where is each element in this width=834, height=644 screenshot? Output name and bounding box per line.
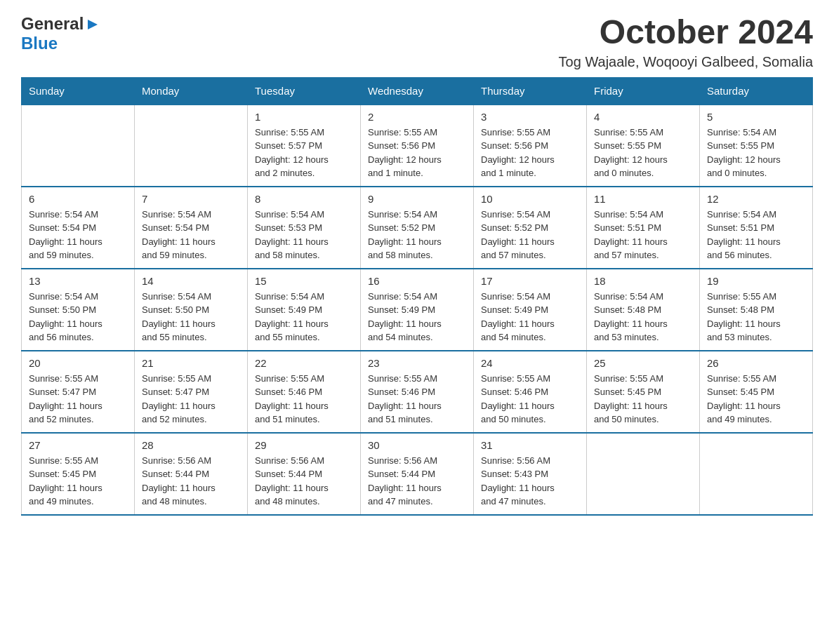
- day-info: Sunrise: 5:54 AM Sunset: 5:49 PM Dayligh…: [255, 290, 353, 344]
- day-info: Sunrise: 5:55 AM Sunset: 5:45 PM Dayligh…: [707, 372, 805, 427]
- logo: General Blue: [21, 14, 100, 53]
- day-number: 24: [481, 357, 579, 369]
- day-number: 1: [255, 111, 353, 123]
- day-number: 13: [29, 275, 127, 287]
- day-info: Sunrise: 5:55 AM Sunset: 5:56 PM Dayligh…: [368, 126, 466, 180]
- table-row: [700, 433, 813, 515]
- table-row: [22, 105, 135, 187]
- day-number: 29: [255, 439, 353, 451]
- day-number: 28: [142, 439, 240, 451]
- day-number: 7: [142, 193, 240, 205]
- calendar-header-row: Sunday Monday Tuesday Wednesday Thursday…: [22, 77, 813, 105]
- day-number: 12: [707, 193, 805, 205]
- day-info: Sunrise: 5:55 AM Sunset: 5:47 PM Dayligh…: [142, 372, 240, 427]
- calendar-week-row: 27Sunrise: 5:55 AM Sunset: 5:45 PM Dayli…: [22, 433, 813, 515]
- table-row: 25Sunrise: 5:55 AM Sunset: 5:45 PM Dayli…: [587, 351, 700, 433]
- table-row: 10Sunrise: 5:54 AM Sunset: 5:52 PM Dayli…: [474, 187, 587, 269]
- calendar-week-row: 20Sunrise: 5:55 AM Sunset: 5:47 PM Dayli…: [22, 351, 813, 433]
- table-row: 2Sunrise: 5:55 AM Sunset: 5:56 PM Daylig…: [361, 105, 474, 187]
- logo-arrow-icon: [85, 17, 100, 32]
- table-row: 31Sunrise: 5:56 AM Sunset: 5:43 PM Dayli…: [474, 433, 587, 515]
- logo-general-text: General: [21, 14, 84, 34]
- table-row: 17Sunrise: 5:54 AM Sunset: 5:49 PM Dayli…: [474, 269, 587, 351]
- table-row: 3Sunrise: 5:55 AM Sunset: 5:56 PM Daylig…: [474, 105, 587, 187]
- day-info: Sunrise: 5:56 AM Sunset: 5:43 PM Dayligh…: [481, 454, 579, 509]
- day-info: Sunrise: 5:54 AM Sunset: 5:49 PM Dayligh…: [368, 290, 466, 344]
- table-row: 9Sunrise: 5:54 AM Sunset: 5:52 PM Daylig…: [361, 187, 474, 269]
- table-row: [135, 105, 248, 187]
- day-info: Sunrise: 5:54 AM Sunset: 5:52 PM Dayligh…: [368, 208, 466, 262]
- calendar-week-row: 6Sunrise: 5:54 AM Sunset: 5:54 PM Daylig…: [22, 187, 813, 269]
- table-row: 26Sunrise: 5:55 AM Sunset: 5:45 PM Dayli…: [700, 351, 813, 433]
- day-number: 6: [29, 193, 127, 205]
- day-info: Sunrise: 5:55 AM Sunset: 5:46 PM Dayligh…: [481, 372, 579, 427]
- day-info: Sunrise: 5:55 AM Sunset: 5:55 PM Dayligh…: [594, 126, 692, 180]
- day-info: Sunrise: 5:55 AM Sunset: 5:45 PM Dayligh…: [29, 454, 127, 509]
- table-row: 20Sunrise: 5:55 AM Sunset: 5:47 PM Dayli…: [22, 351, 135, 433]
- day-info: Sunrise: 5:54 AM Sunset: 5:53 PM Dayligh…: [255, 208, 353, 262]
- day-info: Sunrise: 5:54 AM Sunset: 5:48 PM Dayligh…: [594, 290, 692, 344]
- table-row: 21Sunrise: 5:55 AM Sunset: 5:47 PM Dayli…: [135, 351, 248, 433]
- day-info: Sunrise: 5:54 AM Sunset: 5:54 PM Dayligh…: [29, 208, 127, 262]
- day-info: Sunrise: 5:55 AM Sunset: 5:56 PM Dayligh…: [481, 126, 579, 180]
- day-number: 16: [368, 275, 466, 287]
- day-info: Sunrise: 5:54 AM Sunset: 5:50 PM Dayligh…: [29, 290, 127, 344]
- day-number: 25: [594, 357, 692, 369]
- day-info: Sunrise: 5:55 AM Sunset: 5:46 PM Dayligh…: [255, 372, 353, 427]
- day-number: 22: [255, 357, 353, 369]
- day-number: 17: [481, 275, 579, 287]
- day-info: Sunrise: 5:56 AM Sunset: 5:44 PM Dayligh…: [368, 454, 466, 509]
- calendar-week-row: 1Sunrise: 5:55 AM Sunset: 5:57 PM Daylig…: [22, 105, 813, 187]
- table-row: 12Sunrise: 5:54 AM Sunset: 5:51 PM Dayli…: [700, 187, 813, 269]
- table-row: 11Sunrise: 5:54 AM Sunset: 5:51 PM Dayli…: [587, 187, 700, 269]
- day-number: 14: [142, 275, 240, 287]
- calendar-week-row: 13Sunrise: 5:54 AM Sunset: 5:50 PM Dayli…: [22, 269, 813, 351]
- day-info: Sunrise: 5:56 AM Sunset: 5:44 PM Dayligh…: [142, 454, 240, 509]
- day-info: Sunrise: 5:54 AM Sunset: 5:51 PM Dayligh…: [594, 208, 692, 262]
- day-number: 2: [368, 111, 466, 123]
- table-row: [587, 433, 700, 515]
- table-row: 23Sunrise: 5:55 AM Sunset: 5:46 PM Dayli…: [361, 351, 474, 433]
- day-number: 11: [594, 193, 692, 205]
- col-tuesday: Tuesday: [248, 77, 361, 105]
- table-row: 22Sunrise: 5:55 AM Sunset: 5:46 PM Dayli…: [248, 351, 361, 433]
- day-number: 4: [594, 111, 692, 123]
- col-monday: Monday: [135, 77, 248, 105]
- table-row: 14Sunrise: 5:54 AM Sunset: 5:50 PM Dayli…: [135, 269, 248, 351]
- calendar-table: Sunday Monday Tuesday Wednesday Thursday…: [21, 77, 813, 516]
- table-row: 15Sunrise: 5:54 AM Sunset: 5:49 PM Dayli…: [248, 269, 361, 351]
- day-number: 15: [255, 275, 353, 287]
- page-header: General Blue October 2024 Tog Wajaale, W…: [21, 14, 813, 70]
- table-row: 13Sunrise: 5:54 AM Sunset: 5:50 PM Dayli…: [22, 269, 135, 351]
- day-info: Sunrise: 5:54 AM Sunset: 5:51 PM Dayligh…: [707, 208, 805, 262]
- day-info: Sunrise: 5:55 AM Sunset: 5:47 PM Dayligh…: [29, 372, 127, 427]
- day-info: Sunrise: 5:56 AM Sunset: 5:44 PM Dayligh…: [255, 454, 353, 509]
- day-number: 27: [29, 439, 127, 451]
- table-row: 7Sunrise: 5:54 AM Sunset: 5:54 PM Daylig…: [135, 187, 248, 269]
- day-number: 31: [481, 439, 579, 451]
- col-thursday: Thursday: [474, 77, 587, 105]
- day-number: 18: [594, 275, 692, 287]
- day-number: 8: [255, 193, 353, 205]
- table-row: 24Sunrise: 5:55 AM Sunset: 5:46 PM Dayli…: [474, 351, 587, 433]
- col-sunday: Sunday: [22, 77, 135, 105]
- table-row: 6Sunrise: 5:54 AM Sunset: 5:54 PM Daylig…: [22, 187, 135, 269]
- day-info: Sunrise: 5:55 AM Sunset: 5:48 PM Dayligh…: [707, 290, 805, 344]
- table-row: 27Sunrise: 5:55 AM Sunset: 5:45 PM Dayli…: [22, 433, 135, 515]
- table-row: 4Sunrise: 5:55 AM Sunset: 5:55 PM Daylig…: [587, 105, 700, 187]
- table-row: 16Sunrise: 5:54 AM Sunset: 5:49 PM Dayli…: [361, 269, 474, 351]
- day-info: Sunrise: 5:54 AM Sunset: 5:52 PM Dayligh…: [481, 208, 579, 262]
- location-title: Tog Wajaale, Woqooyi Galbeed, Somalia: [559, 54, 813, 70]
- title-section: October 2024 Tog Wajaale, Woqooyi Galbee…: [559, 14, 813, 70]
- table-row: 28Sunrise: 5:56 AM Sunset: 5:44 PM Dayli…: [135, 433, 248, 515]
- day-info: Sunrise: 5:54 AM Sunset: 5:50 PM Dayligh…: [142, 290, 240, 344]
- day-info: Sunrise: 5:54 AM Sunset: 5:55 PM Dayligh…: [707, 126, 805, 180]
- day-number: 19: [707, 275, 805, 287]
- month-title: October 2024: [559, 14, 813, 51]
- day-number: 3: [481, 111, 579, 123]
- table-row: 18Sunrise: 5:54 AM Sunset: 5:48 PM Dayli…: [587, 269, 700, 351]
- svg-marker-0: [88, 20, 98, 29]
- day-info: Sunrise: 5:55 AM Sunset: 5:45 PM Dayligh…: [594, 372, 692, 427]
- table-row: 29Sunrise: 5:56 AM Sunset: 5:44 PM Dayli…: [248, 433, 361, 515]
- table-row: 19Sunrise: 5:55 AM Sunset: 5:48 PM Dayli…: [700, 269, 813, 351]
